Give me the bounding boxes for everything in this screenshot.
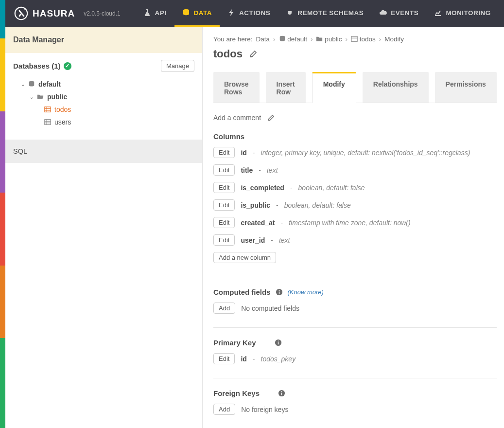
- brand-logo[interactable]: HASURA v2.0.5-cloud.1: [14, 6, 121, 20]
- tab-permissions[interactable]: Permissions: [435, 72, 497, 103]
- version-label: v2.0.5-cloud.1: [84, 10, 120, 17]
- tab-relationships[interactable]: Relationships: [363, 72, 429, 103]
- nav-api[interactable]: API: [136, 0, 174, 27]
- computed-empty-text: No computed fields: [241, 304, 299, 312]
- column-row: Editis_public-boolean, default: false: [213, 199, 497, 211]
- foreign-keys-empty-text: No foreign keys: [241, 406, 288, 413]
- chevron-right-icon: ›: [273, 36, 276, 43]
- add-column-button[interactable]: Add a new column: [213, 252, 276, 263]
- info-icon: [276, 288, 283, 296]
- foreign-keys-heading: Foreign Keys: [213, 389, 260, 397]
- decorative-rainbow-strip: [0, 0, 5, 428]
- edit-column-button[interactable]: Edit: [213, 217, 235, 228]
- svg-rect-12: [351, 36, 357, 42]
- svg-rect-19: [278, 342, 278, 345]
- main-content: You are here:Data› default› public› todo…: [203, 27, 504, 428]
- nav-remote-schemas[interactable]: REMOTE SCHEMAS: [278, 0, 371, 27]
- chevron-down-icon: ⌄: [21, 82, 25, 87]
- svg-rect-7: [45, 120, 51, 125]
- chevron-right-icon: ›: [345, 36, 348, 43]
- tree-table-label: todos: [54, 106, 71, 113]
- breadcrumb-item[interactable]: Data: [256, 36, 270, 43]
- tab-modify[interactable]: Modify: [312, 72, 356, 103]
- nav-label: EVENTS: [391, 9, 418, 17]
- column-row: Editis_completed-boolean, default: false: [213, 182, 497, 193]
- tree-table-todos[interactable]: todos: [13, 103, 194, 116]
- info-icon: [275, 339, 282, 346]
- computed-fields-heading: Computed fields: [213, 288, 271, 296]
- primary-key-constraint: todos_pkey: [261, 355, 296, 363]
- edit-column-button[interactable]: Edit: [213, 164, 235, 176]
- plug-icon: [286, 9, 294, 17]
- chevron-right-icon: ›: [379, 36, 382, 43]
- svg-rect-3: [45, 107, 51, 112]
- nav-label: REMOTE SCHEMAS: [297, 9, 364, 17]
- breadcrumb-item[interactable]: default: [279, 36, 307, 43]
- nav-label: MONITORING: [446, 9, 491, 17]
- column-row: Edituser_id-text: [213, 234, 497, 246]
- info-icon: [278, 390, 285, 397]
- check-badge-icon: ✓: [64, 62, 71, 70]
- sidebar: Data Manager Databases (1) ✓ Manage ⌄ de…: [5, 27, 203, 428]
- divider: [213, 277, 497, 277]
- table-icon: [44, 119, 51, 125]
- edit-column-button[interactable]: Edit: [213, 199, 235, 211]
- table-icon: [44, 106, 51, 113]
- svg-rect-16: [278, 292, 279, 294]
- tab-insert-row[interactable]: Insert Row: [266, 72, 306, 103]
- nav-label: DATA: [194, 9, 212, 17]
- svg-point-20: [278, 340, 278, 341]
- folder-icon: [316, 36, 323, 42]
- tree-schema-public[interactable]: ⌄ public: [13, 90, 194, 103]
- cloud-icon: [379, 9, 387, 17]
- hasura-logo-icon: [14, 6, 28, 20]
- columns-heading: Columns: [213, 132, 497, 141]
- divider: [213, 327, 497, 328]
- tree-table-users[interactable]: users: [13, 116, 194, 128]
- nav-actions[interactable]: ACTIONS: [220, 0, 278, 27]
- sidebar-title: Data Manager: [5, 27, 202, 53]
- column-row: Editid-integer, primary key, unique, def…: [213, 147, 497, 158]
- tab-browse-rows[interactable]: Browse Rows: [213, 72, 260, 103]
- edit-column-button[interactable]: Edit: [213, 182, 235, 193]
- manage-button[interactable]: Manage: [161, 60, 194, 72]
- sql-link[interactable]: SQL: [5, 140, 202, 163]
- svg-point-23: [281, 391, 282, 392]
- database-icon: [28, 81, 35, 88]
- breadcrumb-item[interactable]: todos: [351, 36, 376, 43]
- column-detail: text: [279, 236, 290, 244]
- sql-label: SQL: [13, 147, 27, 155]
- column-row: Edittitle-text: [213, 164, 497, 176]
- breadcrumb-prefix: You are here:: [213, 36, 253, 43]
- know-more-link[interactable]: (Know more): [288, 288, 324, 296]
- nav-events[interactable]: EVENTS: [371, 0, 426, 27]
- edit-column-button[interactable]: Edit: [213, 147, 235, 158]
- column-name: created_at: [241, 219, 275, 227]
- column-name: is_completed: [241, 184, 284, 192]
- column-name: title: [241, 166, 253, 174]
- flask-icon: [143, 9, 151, 17]
- column-name: is_public: [241, 201, 270, 209]
- nav-monitoring[interactable]: MONITORING: [426, 0, 499, 27]
- primary-key-column: id: [241, 355, 246, 363]
- table-icon: [351, 36, 358, 42]
- edit-primary-key-button[interactable]: Edit: [213, 353, 235, 364]
- divider: [213, 378, 497, 378]
- database-icon: [182, 9, 190, 17]
- nav-data[interactable]: DATA: [174, 0, 220, 27]
- edit-column-button[interactable]: Edit: [213, 234, 235, 246]
- add-foreign-key-button[interactable]: Add: [213, 404, 235, 415]
- breadcrumb-item[interactable]: public: [316, 36, 342, 43]
- edit-title-icon[interactable]: [249, 50, 257, 58]
- chart-icon: [434, 9, 442, 17]
- column-detail: integer, primary key, unique, default: n…: [261, 149, 470, 157]
- add-computed-field-button[interactable]: Add: [213, 303, 235, 314]
- databases-heading: Databases (1): [13, 62, 61, 70]
- add-comment-button[interactable]: Add a comment: [213, 114, 497, 122]
- column-row: Editcreated_at-timestamp with time zone,…: [213, 217, 497, 228]
- nav-label: ACTIONS: [239, 9, 270, 17]
- brand-name: HASURA: [33, 8, 75, 19]
- tree-database-default[interactable]: ⌄ default: [13, 78, 194, 90]
- column-detail: timestamp with time zone, default: now(): [289, 219, 411, 227]
- database-icon: [279, 36, 286, 42]
